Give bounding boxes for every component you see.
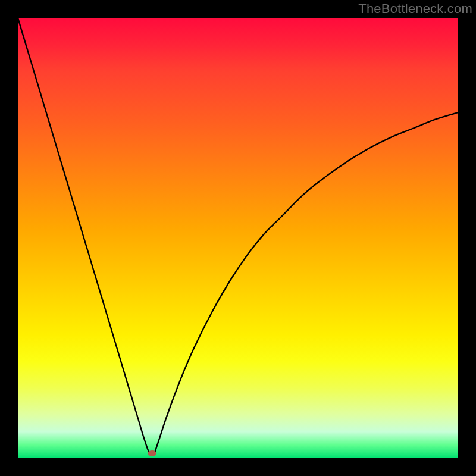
watermark-text: TheBottleneck.com [358, 1, 472, 17]
chart-stage: TheBottleneck.com [0, 0, 476, 476]
marker-dot [148, 450, 156, 456]
curve-path [18, 18, 458, 454]
chart-svg [18, 18, 458, 458]
plot-area [18, 18, 458, 458]
